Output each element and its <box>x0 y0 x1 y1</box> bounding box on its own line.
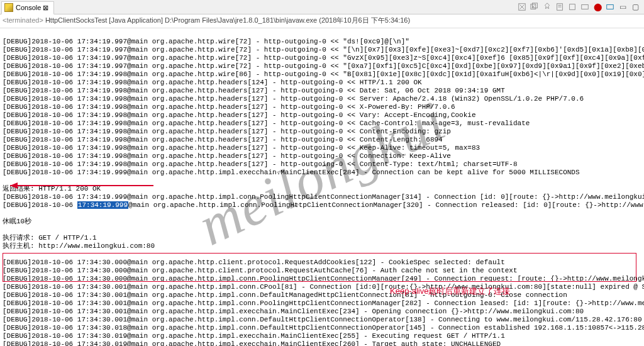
console-tab[interactable]: Console ⊠ <box>1 1 54 14</box>
process-title: HttpClientSocksTest [Java Application] D… <box>45 16 410 24</box>
log-line: 执行主机: http://www.meilongkui.com:80 <box>3 242 155 250</box>
log-line: 返回结果: HTTP/1.1 200 OK <box>3 185 101 193</box>
minimize-icon[interactable]: ▭ <box>618 2 628 12</box>
log-line: [DEBUG]2018-10-06 17:34:19.998@main org.… <box>3 103 455 111</box>
open-console-icon[interactable] <box>605 2 615 12</box>
console-toolbar: ⬤ ▭ ▢ <box>517 2 644 12</box>
log-line: [DEBUG]2018-10-06 17:34:30.019@main org.… <box>3 332 505 340</box>
svg-rect-4 <box>533 3 538 8</box>
scroll-lock-icon[interactable] <box>555 2 565 12</box>
console-icon <box>4 3 13 12</box>
log-line: [DEBUG]2018-10-06 17:34:19.997@main org.… <box>3 38 409 45</box>
remove-launch-icon[interactable] <box>517 2 527 12</box>
log-line: 执行请求: GET / HTTP/1.1 <box>3 234 97 242</box>
log-line: [DEBUG]2018-10-06 17:34:19.998@main org.… <box>3 136 443 143</box>
log-line: [DEBUG]2018-10-06 17:34:30.001@main org.… <box>3 283 644 291</box>
termination-line: <terminated> HttpClientSocksTest [Java A… <box>0 14 644 28</box>
log-line: [DEBUG]2018-10-06 17:34:19.998@main org.… <box>3 70 644 78</box>
log-line: [DEBUG]2018-10-06 17:34:19.997@main org.… <box>3 46 644 53</box>
clear-icon[interactable] <box>567 2 577 12</box>
view-tabbar: Console ⊠ ⬤ ▭ ▢ <box>0 0 644 14</box>
log-line: [DEBUG]2018-10-06 17:34:19.999@main org.… <box>3 169 580 176</box>
log-line: [DEBUG]2018-10-06 17:34:30.019@main org.… <box>3 340 501 346</box>
log-line: [DEBUG]2018-10-06 17:34:19.998@main org.… <box>3 160 518 168</box>
log-line: [DEBUG]2018-10-06 17:34:30.018@main org.… <box>3 324 644 332</box>
log-line: [DEBUG]2018-10-06 17:34:19.998@main org.… <box>3 128 451 135</box>
log-line: [DEBUG]2018-10-06 17:34:30.001@main org.… <box>3 308 584 315</box>
log-line: [DEBUG]2018-10-06 17:34:30.000@main org.… <box>3 275 644 282</box>
log-line: @main org.apache.http.impl.conn.PoolingH… <box>128 201 644 209</box>
log-line: [DEBUG]2018-10-06 17:34:19.998@main org.… <box>3 95 584 103</box>
log-line: [DEBUG]2018-10-06 17:34:19.998@main org.… <box>3 87 505 94</box>
svg-rect-11 <box>582 5 589 9</box>
log-line: 休眠10秒 <box>3 218 31 225</box>
pin-icon[interactable] <box>542 2 552 12</box>
selected-timestamp: 17:34:19.999 <box>77 201 128 209</box>
log-line: [DEBUG]2018-10-06 17:34:19.998@main org.… <box>3 120 530 127</box>
svg-rect-10 <box>570 4 575 10</box>
maximize-icon[interactable]: ▢ <box>630 2 640 12</box>
new-console-icon[interactable]: ⬤ <box>592 2 602 12</box>
log-line: [DEBUG]2018-10-06 17:34:19.998@main org.… <box>3 144 480 152</box>
log-line: [DEBUG]2018-10-06 17:34:19.998@main org.… <box>3 152 451 160</box>
log-line: [DEBUG]2018-10-06 17:34:19.998@main org.… <box>3 79 422 86</box>
log-line: [DEBUG]2018-10-06 17:34:30.000@main org.… <box>3 259 505 266</box>
display-icon[interactable] <box>580 2 590 12</box>
log-line: [DEBUG]2018-10-06 17:34:30.001@main org.… <box>3 299 644 307</box>
remove-all-icon[interactable] <box>530 2 540 12</box>
console-output[interactable]: [DEBUG]2018-10-06 17:34:19.997@main org.… <box>0 28 644 346</box>
svg-rect-12 <box>607 5 614 9</box>
log-line: [DEBUG]2018-10-06 17:34:30.001@main org.… <box>3 316 642 323</box>
log-line: [DEBUG]2018-10-06 17:34:19.997@main org.… <box>3 62 644 70</box>
terminated-label: <terminated> <box>3 16 43 24</box>
log-line: [DEBUG]2018-10-06 17:34:19.998@main org.… <box>3 111 476 119</box>
annotation-red-text: Keep-alive超时后重新建立了连接 <box>390 286 510 297</box>
log-line: [DEBUG]2018-10-06 17:34:19.999@main org.… <box>3 193 644 201</box>
console-tab-label: Console <box>16 4 41 11</box>
log-line: [DEBUG]2018-10-06 17:34:30.000@main org.… <box>3 267 518 274</box>
log-line: [DEBUG]2018-10-06 17:34:19.997@main org.… <box>3 54 644 62</box>
